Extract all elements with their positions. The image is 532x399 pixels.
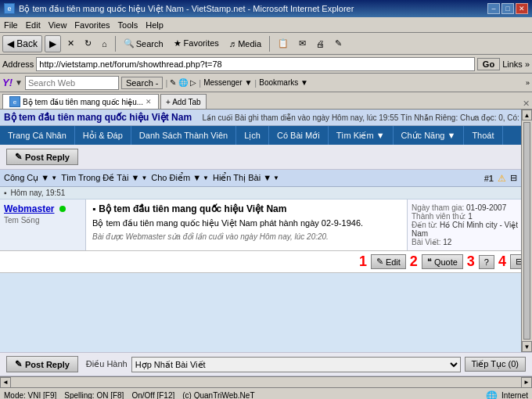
member-type-value: 1 bbox=[468, 212, 473, 221]
scroll-thumb[interactable] bbox=[523, 122, 530, 340]
top-post-reply-area: ✎ Post Reply bbox=[0, 145, 532, 170]
status-toggle: On/Off [F12] bbox=[131, 391, 174, 399]
yahoo-more-btn[interactable]: » bbox=[526, 79, 530, 87]
nav-new-posts[interactable]: Có Bài Mới bbox=[269, 126, 329, 145]
globe-icon: 🌐 bbox=[486, 390, 498, 400]
forum-meta: Lần cuối Bài ghi tham diễn vào ngày Hôm … bbox=[203, 113, 528, 122]
warning-icon[interactable]: ⚠ bbox=[498, 173, 506, 184]
nav-calendar[interactable]: Lịch bbox=[236, 126, 269, 145]
cong-cu-tool[interactable]: Công Cụ ▼ bbox=[4, 173, 57, 183]
post-container: Webmaster Tem Sống ▪ Bộ tem đầu tiên man… bbox=[0, 200, 532, 251]
media-button[interactable]: ♬ Media bbox=[225, 35, 265, 52]
mail-button[interactable]: ✉ bbox=[295, 35, 310, 52]
yahoo-toolbar: Y! ▼ Search - | ✎ 🌐 ▷ | Messenger ▼ | Bo… bbox=[0, 74, 532, 92]
post-reply-icon: ✎ bbox=[15, 152, 22, 162]
edit-icon: ✎ bbox=[376, 257, 383, 267]
scroll-left-arrow[interactable]: ◄ bbox=[0, 377, 11, 388]
action-num-4: 4 bbox=[498, 253, 506, 270]
print-button[interactable]: 🖨 bbox=[312, 35, 329, 52]
hien-thi-tool[interactable]: Hiển Thị Bài ▼ bbox=[213, 173, 279, 183]
continue-button[interactable]: Tiếp Tục (0) bbox=[465, 357, 526, 372]
separator-2 bbox=[269, 36, 270, 52]
maximize-button[interactable]: □ bbox=[501, 3, 514, 14]
cho-diem-tool[interactable]: Cho Điểm ▼ bbox=[151, 173, 209, 183]
quote-button[interactable]: ❝ Quote bbox=[422, 254, 463, 269]
thread-tools-bar: Công Cụ ▼ Tìm Trong Đề Tài ▼ Cho Điểm ▼ … bbox=[0, 170, 532, 187]
yahoo-globe-btn[interactable]: 🌐 bbox=[178, 78, 188, 87]
add-tab-button[interactable]: + Add Tab bbox=[160, 94, 207, 109]
address-input[interactable] bbox=[36, 57, 475, 71]
home-button[interactable]: ⌂ bbox=[98, 35, 111, 52]
menu-tools[interactable]: Tools bbox=[118, 20, 138, 30]
go-button[interactable]: Go bbox=[477, 58, 500, 70]
current-tab[interactable]: e Bộ tem đầu tiên mang quốc hiệu... ✕ bbox=[2, 94, 159, 109]
nav-qa[interactable]: Hỏi & Đáp bbox=[75, 126, 131, 145]
edit-label: Edit bbox=[386, 257, 401, 267]
menu-edit[interactable]: Edit bbox=[26, 20, 41, 30]
extra-button-1[interactable]: ? bbox=[479, 255, 494, 269]
nav-bar: Trang Cá Nhân Hỏi & Đáp Danh Sách Thành … bbox=[0, 126, 532, 145]
bottom-reply-label: Post Reply bbox=[25, 360, 70, 369]
nav-logout[interactable]: Thoát bbox=[464, 126, 502, 145]
subject-icon: ▪ bbox=[92, 203, 95, 214]
yahoo-bookmarks-btn[interactable]: Bookmarks ▼ bbox=[259, 78, 308, 87]
stop-button[interactable]: ✕ bbox=[63, 35, 78, 52]
username-link[interactable]: Webmaster bbox=[4, 203, 54, 214]
menu-favorites[interactable]: Favorites bbox=[74, 20, 110, 30]
favorites-button[interactable]: ★ Favorites bbox=[170, 35, 223, 52]
nav-profile[interactable]: Trang Cá Nhân bbox=[0, 126, 75, 145]
status-copyright: (c) QuanTriWeb.NeT bbox=[182, 391, 254, 399]
action-num-2: 2 bbox=[410, 253, 418, 270]
post-sidebar: Webmaster Tem Sống bbox=[0, 200, 86, 250]
refresh-button[interactable]: ↻ bbox=[81, 35, 95, 52]
scroll-up-arrow[interactable]: ▲ bbox=[522, 110, 532, 120]
menu-view[interactable]: View bbox=[49, 20, 67, 30]
separator-1 bbox=[115, 36, 116, 52]
minimize-button[interactable]: – bbox=[487, 3, 500, 14]
close-tab-icon[interactable]: ✕ bbox=[523, 99, 530, 109]
search-button[interactable]: 🔍 Search bbox=[120, 35, 167, 52]
bottom-post-reply-button[interactable]: ✎ Post Reply bbox=[6, 356, 78, 372]
quote-icon: ❝ bbox=[427, 257, 432, 267]
scroll-right-arrow[interactable]: ► bbox=[521, 377, 532, 388]
post-subject: ▪ Bộ tem đầu tiên mang quốc hiệu Việt Na… bbox=[92, 203, 401, 214]
forward-button[interactable]: ▶ bbox=[45, 35, 61, 52]
yahoo-divider-1: | bbox=[165, 78, 167, 88]
join-date-label: Ngày tham gia: bbox=[412, 203, 464, 212]
top-post-reply-button[interactable]: ✎ Post Reply bbox=[6, 149, 78, 165]
moderation-label: Điều Hành bbox=[86, 359, 128, 369]
action-num-3: 3 bbox=[467, 253, 475, 270]
close-button[interactable]: ✕ bbox=[516, 3, 528, 14]
tab-close-button[interactable]: ✕ bbox=[146, 98, 152, 106]
edit-button[interactable]: ✎ bbox=[331, 35, 346, 52]
yahoo-messenger-btn[interactable]: Messenger ▼ bbox=[203, 78, 252, 87]
links-button[interactable]: Links » bbox=[502, 59, 530, 69]
report-icon[interactable]: ⊟ bbox=[510, 173, 517, 183]
yahoo-forward-btn[interactable]: ▷ bbox=[190, 78, 196, 87]
nav-search[interactable]: Tìm Kiếm ▼ bbox=[329, 126, 394, 145]
back-button[interactable]: ◀ Back bbox=[2, 35, 42, 52]
nav-members[interactable]: Danh Sách Thành Viên bbox=[131, 126, 236, 145]
scrollbar[interactable]: ▲ ▼ bbox=[521, 110, 532, 352]
nav-functions[interactable]: Chức Năng ▼ bbox=[394, 126, 465, 145]
yahoo-edit-btn[interactable]: ✎ bbox=[170, 78, 176, 87]
history-button[interactable]: 📋 bbox=[274, 35, 293, 52]
scroll-down-arrow[interactable]: ▼ bbox=[522, 341, 532, 352]
tim-trong-tool[interactable]: Tìm Trong Đề Tài ▼ bbox=[61, 173, 147, 183]
bottom-reply-icon: ✎ bbox=[15, 359, 22, 369]
horizontal-scrollbar[interactable]: ◄ ► bbox=[0, 376, 532, 387]
moderation-select[interactable]: Hợp Nhất Bài Viết bbox=[131, 357, 461, 372]
member-type-label: Thành viên thứ: bbox=[412, 212, 466, 221]
yahoo-search-button[interactable]: Search - bbox=[121, 77, 164, 89]
menu-help[interactable]: Help bbox=[146, 20, 164, 30]
menu-file[interactable]: File bbox=[4, 20, 18, 30]
extra-icon-1: ? bbox=[484, 257, 489, 267]
posts-value: 12 bbox=[443, 238, 451, 246]
yahoo-search-input[interactable] bbox=[25, 76, 119, 90]
post-date: Hôm nay, 19:51 bbox=[11, 189, 66, 197]
edit-button[interactable]: ✎ Edit bbox=[371, 254, 406, 269]
post-content: Bộ tem đầu tiên mang quốc hiệu Việt Nam … bbox=[92, 218, 401, 228]
zone-label: Internet bbox=[501, 391, 528, 399]
location-label: Đến từ: bbox=[412, 221, 437, 229]
quote-label: Quote bbox=[434, 257, 458, 267]
